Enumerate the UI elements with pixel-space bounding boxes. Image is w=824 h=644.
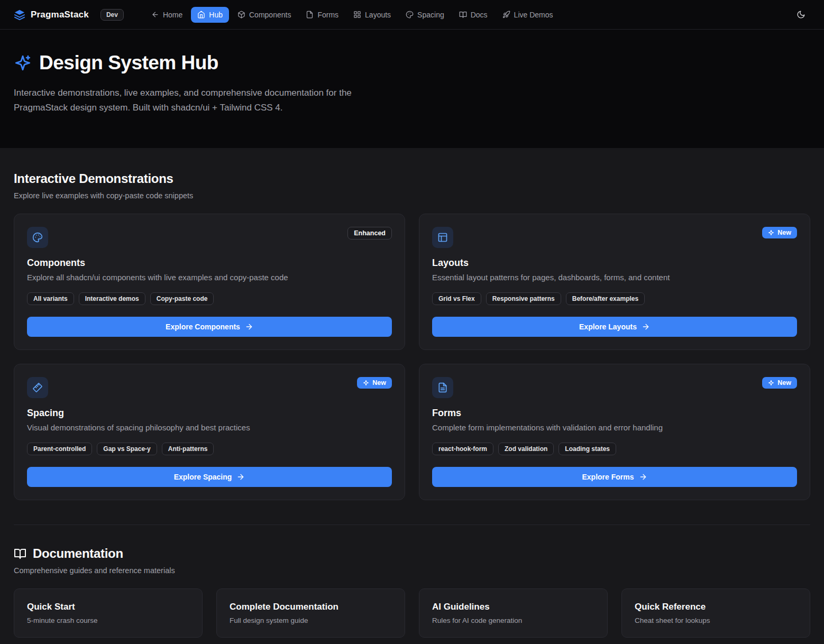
docs-section: Documentation Comprehensive guides and r… bbox=[0, 546, 824, 644]
home-icon bbox=[197, 11, 205, 19]
palette-icon bbox=[27, 227, 48, 248]
layers-logo-icon bbox=[14, 9, 25, 21]
doc-card-title: AI Guidelines bbox=[432, 602, 594, 612]
explore-layouts-button[interactable]: Explore Layouts bbox=[432, 317, 797, 337]
demo-card-components: Enhanced Components Explore all shadcn/u… bbox=[14, 214, 405, 350]
env-badge: Dev bbox=[100, 9, 124, 21]
doc-card-title: Quick Reference bbox=[635, 602, 797, 612]
card-description: Complete form implementations with valid… bbox=[432, 423, 797, 432]
explore-forms-button[interactable]: Explore Forms bbox=[432, 467, 797, 487]
card-title: Layouts bbox=[432, 257, 797, 269]
doc-card-title: Quick Start bbox=[27, 602, 189, 612]
rocket-icon bbox=[502, 11, 510, 19]
palette-icon bbox=[406, 11, 414, 19]
tag-row: react-hook-form Zod validation Loading s… bbox=[432, 443, 797, 455]
docs-subheading: Comprehensive guides and reference mater… bbox=[14, 566, 810, 575]
status-badge: Enhanced bbox=[347, 227, 392, 240]
feature-tag: Loading states bbox=[559, 443, 616, 455]
arrow-right-icon bbox=[236, 473, 245, 481]
demos-section: Interactive Demonstrations Explore live … bbox=[0, 148, 824, 546]
demos-subheading: Explore live examples with copy-paste co… bbox=[14, 191, 810, 200]
card-title: Components bbox=[27, 257, 392, 269]
sparkles-icon bbox=[14, 54, 32, 72]
feature-tag: Interactive demos bbox=[79, 292, 145, 305]
feature-tag: Zod validation bbox=[498, 443, 554, 455]
demo-card-spacing: New Spacing Visual demonstrations of spa… bbox=[14, 364, 405, 500]
status-badge: New bbox=[762, 377, 797, 389]
card-description: Visual demonstrations of spacing philoso… bbox=[27, 423, 392, 432]
doc-card-title: Complete Documentation bbox=[230, 602, 392, 612]
demo-card-grid: Enhanced Components Explore all shadcn/u… bbox=[14, 214, 810, 500]
feature-tag: Anti-patterns bbox=[162, 443, 214, 455]
ruler-icon bbox=[27, 377, 48, 398]
nav-item-forms[interactable]: Forms bbox=[299, 7, 345, 23]
nav-item-hub[interactable]: Hub bbox=[191, 7, 229, 23]
doc-card-ai-guidelines[interactable]: AI Guidelines Rules for AI code generati… bbox=[419, 588, 608, 638]
layout-grid-icon bbox=[353, 11, 361, 19]
sparkles-icon bbox=[363, 380, 369, 386]
docs-card-grid: Quick Start 5-minute crash course Comple… bbox=[14, 588, 810, 638]
explore-spacing-button[interactable]: Explore Spacing bbox=[27, 467, 392, 487]
nav-item-spacing[interactable]: Spacing bbox=[399, 7, 451, 23]
demos-heading: Interactive Demonstrations bbox=[14, 171, 810, 186]
card-description: Essential layout patterns for pages, das… bbox=[432, 273, 797, 282]
doc-card-quick-reference[interactable]: Quick Reference Cheat sheet for lookups bbox=[621, 588, 810, 638]
feature-tag: Grid vs Flex bbox=[432, 292, 481, 305]
tag-row: All variants Interactive demos Copy-past… bbox=[27, 292, 392, 305]
doc-card-complete-documentation[interactable]: Complete Documentation Full design syste… bbox=[216, 588, 405, 638]
nav-item-home[interactable]: Home bbox=[145, 7, 189, 23]
brand-name: PragmaStack bbox=[31, 10, 89, 20]
file-text-icon bbox=[432, 377, 453, 398]
arrow-right-icon bbox=[639, 473, 647, 481]
doc-card-quick-start[interactable]: Quick Start 5-minute crash course bbox=[14, 588, 203, 638]
arrow-right-icon bbox=[642, 323, 650, 331]
tag-row: Grid vs Flex Responsive patterns Before/… bbox=[432, 292, 797, 305]
feature-tag: Copy-paste code bbox=[150, 292, 214, 305]
demo-card-forms: New Forms Complete form implementations … bbox=[419, 364, 810, 500]
moon-icon bbox=[796, 10, 805, 19]
sparkles-icon bbox=[768, 229, 774, 236]
feature-tag: Before/after examples bbox=[566, 292, 645, 305]
status-badge: New bbox=[762, 227, 797, 238]
navbar: PragmaStack Dev Home Hub Components Form… bbox=[0, 0, 824, 30]
doc-card-description: Cheat sheet for lookups bbox=[635, 617, 797, 624]
book-open-icon bbox=[459, 11, 467, 19]
nav-item-layouts[interactable]: Layouts bbox=[347, 7, 397, 23]
file-text-icon bbox=[306, 11, 314, 19]
brand[interactable]: PragmaStack Dev bbox=[14, 9, 124, 21]
tag-row: Parent-controlled Gap vs Space-y Anti-pa… bbox=[27, 443, 392, 455]
arrow-right-icon bbox=[245, 323, 253, 331]
page-title: Design System Hub bbox=[39, 52, 218, 74]
doc-card-description: 5-minute crash course bbox=[27, 617, 189, 624]
doc-card-description: Full design system guide bbox=[230, 617, 392, 624]
status-badge: New bbox=[357, 377, 392, 389]
feature-tag: Responsive patterns bbox=[486, 292, 561, 305]
page-subtitle: Interactive demonstrations, live example… bbox=[14, 86, 408, 115]
card-title: Forms bbox=[432, 408, 797, 419]
sparkles-icon bbox=[768, 380, 774, 386]
nav-item-docs[interactable]: Docs bbox=[453, 7, 494, 23]
doc-card-description: Rules for AI code generation bbox=[432, 617, 594, 624]
feature-tag: react-hook-form bbox=[432, 443, 493, 455]
nav-item-live-demos[interactable]: Live Demos bbox=[496, 7, 560, 23]
feature-tag: Gap vs Space-y bbox=[97, 443, 157, 455]
feature-tag: All variants bbox=[27, 292, 74, 305]
hero-section: Design System Hub Interactive demonstrat… bbox=[0, 30, 824, 148]
box-icon bbox=[237, 11, 245, 19]
feature-tag: Parent-controlled bbox=[27, 443, 92, 455]
docs-heading: Documentation bbox=[33, 546, 123, 561]
nav-item-components[interactable]: Components bbox=[231, 7, 297, 23]
section-divider bbox=[14, 525, 810, 525]
book-open-icon bbox=[14, 547, 26, 560]
nav-links: Home Hub Components Forms Layouts Spacin… bbox=[145, 7, 560, 23]
theme-toggle-button[interactable] bbox=[791, 5, 810, 24]
explore-components-button[interactable]: Explore Components bbox=[27, 317, 392, 337]
demo-card-layouts: New Layouts Essential layout patterns fo… bbox=[419, 214, 810, 350]
arrow-left-icon bbox=[151, 11, 159, 19]
card-title: Spacing bbox=[27, 408, 392, 419]
card-description: Explore all shadcn/ui components with li… bbox=[27, 273, 392, 282]
panels-top-left-icon bbox=[432, 227, 453, 248]
